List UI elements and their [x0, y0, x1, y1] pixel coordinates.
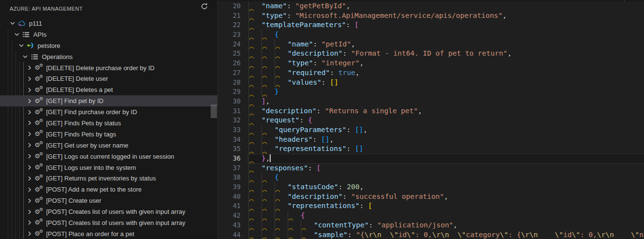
chevron-right-icon[interactable]	[26, 86, 33, 94]
line-number: 44	[218, 230, 241, 239]
chevron-right-icon[interactable]	[26, 141, 33, 149]
code-text: },	[261, 154, 271, 164]
chevron-right-icon[interactable]	[26, 230, 33, 238]
tree-item-selected[interactable]: ⚙⚙[GET] Find pet by ID	[0, 95, 217, 106]
chevron-right-icon[interactable]	[26, 108, 33, 116]
chevron-right-icon[interactable]	[26, 119, 33, 127]
editor-line[interactable]: 23{	[218, 30, 644, 40]
tree-item[interactable]: petstore	[0, 40, 217, 51]
chevron-right-icon[interactable]	[26, 208, 33, 216]
editor-line[interactable]: 25"description": "Format - int64. ID of …	[218, 49, 644, 59]
indent-guide	[261, 173, 262, 182]
indent-guide	[288, 211, 288, 221]
tree-item[interactable]: ⚙⚙[DELETE] Deletes a pet	[0, 84, 217, 95]
editor-line[interactable]: 36},	[218, 154, 644, 164]
chevron-right-icon[interactable]	[26, 219, 33, 226]
indent-guide	[261, 49, 262, 59]
editor-line[interactable]: 30],	[218, 97, 644, 106]
editor-line[interactable]: 33"queryParameters": [],	[218, 125, 644, 135]
indent-guide	[275, 68, 275, 78]
tree-item[interactable]: ⚙⚙[GET] Logs user into the system	[0, 162, 217, 173]
editor-line[interactable]: 27"required": true,	[218, 68, 644, 78]
chevron-right-icon[interactable]	[26, 75, 33, 83]
chevron-right-icon[interactable]	[26, 130, 33, 138]
list-icon	[22, 30, 30, 38]
code-text: "sample": "{\r\n \"id\": 0,\r\n \"catego…	[314, 230, 644, 239]
editor-line[interactable]: 35"representations": []	[218, 144, 644, 154]
tree-item[interactable]: ⚙⚙[DELETE] Delete purchase order by ID	[0, 62, 217, 74]
tree-item[interactable]: ⚙⚙[GET] Finds Pets by tags	[0, 129, 217, 140]
code-text: "representations": [	[288, 201, 372, 211]
editor-line[interactable]: 20"name": "getPetById",	[218, 1, 644, 11]
chevron-right-icon[interactable]	[26, 64, 33, 72]
gears-icon: ⚙⚙	[35, 152, 43, 160]
indent-guide	[261, 201, 262, 211]
editor-line[interactable]: 43"contentType": "application/json",	[218, 221, 644, 230]
code-text: "request": {	[261, 116, 312, 125]
gears-icon: ⚙⚙	[35, 230, 43, 238]
chevron-right-icon[interactable]	[26, 164, 33, 171]
indent-guide	[248, 192, 249, 202]
editor-line[interactable]: 29}	[218, 87, 644, 97]
editor-line[interactable]: 21"type": "Microsoft.ApiManagement/servi…	[218, 11, 644, 21]
tree-item[interactable]: Operations	[0, 51, 217, 62]
indent-guide	[248, 173, 249, 182]
tree-item[interactable]: ⚙⚙[DELETE] Delete user	[0, 73, 217, 84]
editor-line[interactable]: 41"representations": [	[218, 201, 644, 211]
line-number: 37	[218, 164, 241, 173]
tree-item[interactable]: ⚙⚙[POST] Creates list of users with give…	[0, 217, 217, 228]
tree-item[interactable]: ⚙⚙[GET] Finds Pets by status	[0, 118, 217, 129]
tree-item[interactable]: ⚙⚙[GET] Find purchase order by ID	[0, 106, 217, 118]
editor-line[interactable]: 31"description": "Returns a single pet",	[218, 106, 644, 116]
gears-icon: ⚙⚙	[35, 208, 43, 216]
tree-item[interactable]: ⚙⚙[POST] Create user	[0, 195, 217, 206]
line-number: 43	[218, 221, 241, 230]
tree-item[interactable]: ⚙⚙[POST] Creates list of users with give…	[0, 206, 217, 217]
tree-item[interactable]: ⚙⚙[GET] Returns pet inventories by statu…	[0, 173, 217, 184]
list-icon	[31, 53, 38, 60]
editor-line[interactable]: 38{	[218, 173, 644, 182]
editor-line[interactable]: 26"type": "integer",	[218, 59, 644, 68]
indent-guide	[261, 192, 262, 202]
tree-item[interactable]: ⚙⚙[GET] Get user by user name	[0, 140, 217, 151]
editor-line[interactable]: 22"templateParameters": [	[218, 20, 644, 30]
indent-guide	[261, 30, 262, 40]
editor-line[interactable]: 34"headers": [],	[218, 135, 644, 145]
editor-line[interactable]: 40"description": "successful operation",	[218, 192, 644, 202]
tree-scrollbar-thumb[interactable]	[211, 105, 217, 118]
chevron-right-icon[interactable]	[26, 197, 33, 205]
indent-guide	[248, 59, 249, 68]
chevron-right-icon[interactable]	[26, 175, 33, 182]
editor-line[interactable]: 37"responses": [	[218, 164, 644, 173]
editor-line[interactable]: 24"name": "petId",	[218, 40, 644, 49]
editor-line[interactable]: 32"request": {	[218, 116, 644, 125]
tree-item[interactable]: ⚙⚙[POST] Place an order for a pet	[0, 228, 217, 239]
chevron-right-icon[interactable]	[26, 97, 33, 105]
indent-guide	[248, 49, 249, 59]
text-cursor	[270, 154, 271, 162]
editor-line[interactable]: 44"sample": "{\r\n \"id\": 0,\r\n \"cate…	[218, 230, 644, 239]
tree-item[interactable]: APIs	[0, 29, 217, 40]
chevron-down-icon[interactable]	[17, 42, 25, 49]
current-line-highlight	[247, 154, 644, 164]
chevron-down-icon[interactable]	[13, 30, 21, 38]
tree-item[interactable]: ⚙⚙[POST] Add a new pet to the store	[0, 184, 217, 195]
tree-item-label: [POST] Creates list of users with given …	[46, 208, 185, 215]
indent-guide	[288, 230, 288, 239]
refresh-icon[interactable]	[199, 1, 210, 12]
chevron-down-icon[interactable]	[21, 53, 29, 60]
chevron-right-icon[interactable]	[26, 152, 33, 160]
indent-guide	[248, 106, 249, 116]
chevron-right-icon[interactable]	[26, 186, 33, 194]
editor-line[interactable]: 42{	[218, 211, 644, 221]
line-number: 35	[218, 144, 241, 154]
json-editor[interactable]: 20"name": "getPetById",21"type": "Micros…	[218, 0, 644, 239]
editor-line[interactable]: 39"statusCode": 200,	[218, 182, 644, 192]
editor-line[interactable]: 28"values": []	[218, 78, 644, 88]
code-area[interactable]: 20"name": "getPetById",21"type": "Micros…	[218, 1, 644, 239]
indent-guide	[275, 40, 275, 49]
tree-item[interactable]: ⚙⚙[GET] Logs out current logged in user …	[0, 151, 217, 162]
gears-icon: ⚙⚙	[35, 219, 43, 226]
tree-item[interactable]: p111	[0, 18, 217, 29]
chevron-down-icon[interactable]	[9, 19, 16, 27]
